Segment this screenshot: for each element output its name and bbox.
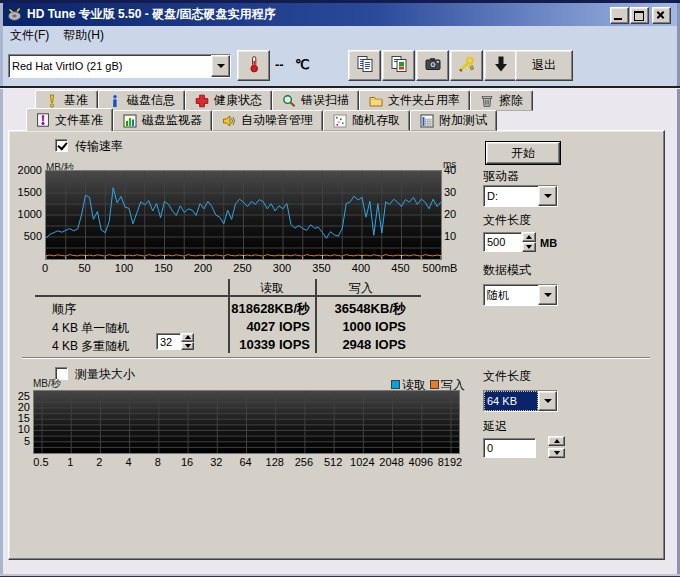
tab-label: 基准 xyxy=(64,92,88,109)
spin-up-icon[interactable] xyxy=(522,232,536,242)
block-axis-tick: 20 xyxy=(4,401,30,413)
position-axis-tick: 400 xyxy=(341,262,381,274)
toolbar-separator xyxy=(0,86,680,89)
seq-write-value: 36548KB/秒 xyxy=(318,300,406,318)
rand-read-value: 4027 IOPS xyxy=(228,319,310,334)
position-axis-tick: 150 xyxy=(144,262,184,274)
temperature-button[interactable] xyxy=(237,50,270,81)
latency-axis-tick: 20 xyxy=(444,208,468,220)
speed-axis-tick: 2000 xyxy=(8,164,42,176)
save-results-button[interactable] xyxy=(484,50,517,81)
aam-icon xyxy=(222,114,236,128)
multi-read-value: 10339 IOPS xyxy=(228,337,310,352)
data-pattern-select[interactable]: 随机 xyxy=(483,284,558,306)
copy-text-icon xyxy=(356,55,374,77)
thermometer-icon xyxy=(245,55,263,77)
disk-monitor-icon xyxy=(123,114,137,128)
tab-error-scan[interactable]: 错误扫描 xyxy=(272,90,359,111)
transfer-rate-chart xyxy=(45,170,442,260)
tab-label: 文件基准 xyxy=(55,112,103,129)
copy-image-button[interactable] xyxy=(382,50,415,81)
tab-label: 磁盘监视器 xyxy=(142,112,202,129)
chevron-down-icon[interactable] xyxy=(211,55,230,77)
chevron-down-icon[interactable] xyxy=(538,186,557,206)
block-file-length-value: 64 KB xyxy=(484,391,538,411)
speed-axis-tick: 500 xyxy=(8,230,42,242)
spin-up-icon[interactable] xyxy=(181,333,194,342)
options-button[interactable] xyxy=(450,50,483,81)
queue-depth-value: 32 xyxy=(160,336,172,348)
table-row-label: 顺序 xyxy=(52,301,76,318)
transfer-rate-checkbox[interactable] xyxy=(55,139,68,152)
delay-value: 0 xyxy=(487,442,493,454)
tab-health[interactable]: 健康状态 xyxy=(185,90,272,111)
spin-down-icon[interactable] xyxy=(522,242,536,252)
tab-label: 文件夹占用率 xyxy=(388,92,460,109)
tab-label: 错误扫描 xyxy=(301,92,349,109)
folder-usage-icon xyxy=(369,94,383,108)
data-pattern-label: 数据模式 xyxy=(483,262,531,279)
title-bar: HD Tune 专业版 5.50 - 硬盘/固态硬盘实用程序 xyxy=(3,3,677,26)
temperature-value: -- xyxy=(275,57,284,72)
table-header-write: 写入 xyxy=(318,280,404,297)
drive-select[interactable]: Red Hat VirtIO (21 gB) xyxy=(8,54,231,78)
tab-file-benchmark[interactable]: 文件基准 xyxy=(26,108,113,131)
block-size-chart xyxy=(33,390,460,454)
position-axis-tick: 450 xyxy=(381,262,421,274)
drive-select-value: Red Hat VirtIO (21 gB) xyxy=(9,60,211,72)
minimize-icon xyxy=(614,18,622,20)
close-button[interactable] xyxy=(652,7,671,24)
section-divider xyxy=(22,357,650,359)
latency-axis-tick: 10 xyxy=(444,230,468,242)
tab-aam[interactable]: 自动噪音管理 xyxy=(212,110,323,131)
file-length-value: 500 xyxy=(487,236,505,248)
spin-down-icon[interactable] xyxy=(181,342,194,351)
latency-axis-tick: 30 xyxy=(444,186,468,198)
queue-depth-input[interactable]: 32 xyxy=(156,333,181,350)
screenshot-button[interactable] xyxy=(416,50,449,81)
delay-label: 延迟 xyxy=(483,418,507,435)
spin-down-icon[interactable] xyxy=(548,448,565,458)
delay-input[interactable]: 0 xyxy=(483,438,536,458)
file-benchmark-icon xyxy=(36,113,50,127)
tab-random-access[interactable]: 随机存取 xyxy=(323,110,410,131)
tab-extra-tests[interactable]: 附加测试 xyxy=(410,110,497,131)
position-axis-tick: 50 xyxy=(65,262,105,274)
menu-file[interactable]: 文件(F) xyxy=(3,26,56,45)
copy-image-icon xyxy=(390,55,408,77)
menu-help[interactable]: 帮助(H) xyxy=(56,26,111,45)
tab-disk-monitor[interactable]: 磁盘监视器 xyxy=(113,110,212,131)
tab-folder-usage[interactable]: 文件夹占用率 xyxy=(359,90,470,111)
queue-depth-stepper xyxy=(181,333,194,350)
chevron-down-icon[interactable] xyxy=(538,391,557,411)
spin-up-icon[interactable] xyxy=(548,436,565,446)
rand-write-value: 1000 IOPS xyxy=(318,319,406,334)
tab-label: 附加测试 xyxy=(439,112,487,129)
copy-text-button[interactable] xyxy=(348,50,381,81)
position-axis-tick: 350 xyxy=(302,262,342,274)
tab-erase[interactable]: 擦除 xyxy=(470,90,533,111)
exit-button[interactable]: 退出 xyxy=(515,50,573,81)
random-access-icon xyxy=(333,114,347,128)
speed-axis-tick: 1500 xyxy=(8,186,42,198)
table-divider xyxy=(315,279,317,353)
window-title: HD Tune 专业版 5.50 - 硬盘/固态硬盘实用程序 xyxy=(27,6,275,23)
toolbar: Red Hat VirtIO (21 gB) -- ℃ 退出 xyxy=(3,44,677,86)
tab-label: 健康状态 xyxy=(214,92,262,109)
maximize-button[interactable] xyxy=(630,7,649,24)
file-length-input[interactable]: 500 xyxy=(483,232,522,252)
multi-write-value: 2948 IOPS xyxy=(318,337,406,352)
screenshot-icon xyxy=(424,55,442,77)
position-axis-tick: 0 xyxy=(25,262,65,274)
tab-label: 随机存取 xyxy=(352,112,400,129)
target-drive-select[interactable]: D: xyxy=(483,185,558,207)
file-length-unit: MB xyxy=(540,237,557,249)
data-pattern-value: 随机 xyxy=(484,288,538,303)
chevron-down-icon[interactable] xyxy=(538,285,557,305)
block-file-length-select[interactable]: 64 KB xyxy=(483,390,558,412)
block-axis-tick: 15 xyxy=(4,412,30,424)
start-button[interactable]: 开始 xyxy=(486,142,560,164)
minimize-button[interactable] xyxy=(610,7,629,24)
block-size-tick: 8192 xyxy=(432,456,468,468)
toolbar-buttons xyxy=(348,50,517,81)
